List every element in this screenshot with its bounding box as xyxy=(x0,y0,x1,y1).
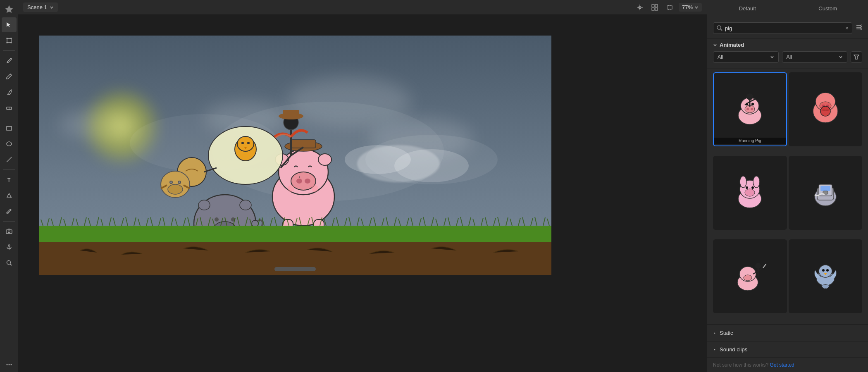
filter-row-1: All All xyxy=(713,51,862,63)
sound-clips-arrow-icon xyxy=(713,348,716,351)
svg-point-194 xyxy=(740,176,746,188)
asset-thumb-pig5 xyxy=(721,247,779,305)
asset-thumb-pig3 xyxy=(721,164,779,222)
tool-rect[interactable] xyxy=(2,121,17,136)
svg-rect-29 xyxy=(667,6,672,9)
svg-point-12 xyxy=(7,212,8,214)
asset-label-running-pig: Running Pig xyxy=(714,138,786,144)
svg-rect-2 xyxy=(10,38,12,39)
tool-pencil[interactable] xyxy=(2,69,17,84)
static-header[interactable]: Static xyxy=(713,330,862,336)
main-area: Scene 1 77% xyxy=(18,0,707,372)
svg-point-15 xyxy=(8,245,10,246)
svg-point-167 xyxy=(717,26,721,29)
svg-rect-202 xyxy=(820,186,830,191)
asset-pig3[interactable] xyxy=(713,156,787,230)
svg-point-214 xyxy=(822,269,825,272)
get-started-link[interactable]: Get started xyxy=(770,362,794,368)
animated-label: Animated xyxy=(720,42,744,48)
asset-thumb-bird xyxy=(796,247,854,305)
filter-dropdown-2[interactable]: All xyxy=(782,51,848,63)
bottom-hint: Not sure how this works? Get started xyxy=(707,358,868,372)
svg-point-9 xyxy=(7,142,12,146)
zoom-control[interactable]: 77% xyxy=(679,3,702,12)
filter-2-value: All xyxy=(787,54,792,60)
svg-point-215 xyxy=(826,269,829,272)
svg-text:T: T xyxy=(7,177,11,183)
sound-clips-label: Sound clips xyxy=(720,346,747,353)
asset-thumb-pig2 xyxy=(796,80,854,138)
top-bar: Scene 1 77% xyxy=(18,0,707,15)
filter-dropdown-1[interactable]: All xyxy=(713,51,779,63)
asset-thumb-running-pig xyxy=(721,80,779,138)
app-logo xyxy=(2,2,17,17)
search-input[interactable] xyxy=(725,25,843,31)
svg-line-10 xyxy=(7,157,12,162)
tool-line[interactable] xyxy=(2,152,17,167)
sound-clips-header[interactable]: Sound clips xyxy=(713,346,862,353)
separator-1 xyxy=(3,50,15,51)
funnel-filter-icon[interactable] xyxy=(851,51,862,63)
list-view-icon[interactable] xyxy=(856,24,862,32)
tab-custom[interactable]: Custom xyxy=(788,0,868,18)
svg-line-168 xyxy=(720,29,722,31)
svg-point-182 xyxy=(746,93,753,100)
separator-4 xyxy=(3,221,15,222)
tool-zoom[interactable] xyxy=(2,255,17,270)
tool-ellipse[interactable] xyxy=(2,136,17,151)
tab-default[interactable]: Default xyxy=(707,0,788,18)
svg-rect-25 xyxy=(652,5,654,7)
svg-rect-3 xyxy=(6,42,7,43)
asset-grid: Running Pig xyxy=(707,69,868,324)
svg-point-198 xyxy=(751,186,754,189)
tool-camera[interactable] xyxy=(2,224,17,239)
stage: + xyxy=(39,36,551,275)
asset-pig5[interactable] xyxy=(713,239,787,313)
tool-pen[interactable] xyxy=(2,53,17,68)
tool-eyedropper[interactable] xyxy=(2,204,17,219)
tool-select[interactable] xyxy=(2,17,17,32)
tool-brush[interactable] xyxy=(2,85,17,100)
svg-point-181 xyxy=(751,103,754,105)
tool-eraser[interactable] xyxy=(2,100,17,115)
svg-rect-1 xyxy=(6,38,7,39)
static-section: Static xyxy=(707,324,868,341)
svg-point-178 xyxy=(746,108,749,110)
separator-2 xyxy=(3,118,15,118)
tool-fill[interactable] xyxy=(2,188,17,203)
tool-text[interactable]: T xyxy=(2,172,17,187)
tool-anchor[interactable] xyxy=(2,240,17,255)
static-label: Static xyxy=(720,330,733,336)
svg-point-206 xyxy=(744,275,752,281)
svg-point-23 xyxy=(10,364,12,365)
search-clear-button[interactable]: × xyxy=(845,25,849,31)
svg-line-211 xyxy=(763,264,766,268)
asset-bird[interactable] xyxy=(789,239,863,313)
grid-icon[interactable] xyxy=(649,2,661,13)
h-scrollbar[interactable] xyxy=(274,267,316,271)
animated-collapse-arrow xyxy=(713,43,717,47)
scene-selector[interactable]: Scene 1 xyxy=(23,2,58,12)
asset-pig4[interactable] xyxy=(789,156,863,230)
hint-text: Not sure how this works? xyxy=(713,362,768,368)
svg-rect-8 xyxy=(7,126,12,130)
search-icon xyxy=(717,25,723,31)
svg-point-195 xyxy=(753,176,760,188)
canvas-area[interactable]: + xyxy=(18,15,707,372)
svg-line-20 xyxy=(10,264,12,266)
static-arrow-icon xyxy=(713,331,716,335)
snap-icon[interactable] xyxy=(634,2,646,13)
svg-point-5 xyxy=(10,58,12,60)
resize-icon[interactable] xyxy=(664,2,675,13)
asset-running-pig[interactable]: Running Pig xyxy=(713,72,787,146)
zoom-value: 77% xyxy=(682,4,693,10)
scene-name: Scene 1 xyxy=(27,4,47,10)
asset-pig2[interactable] xyxy=(789,72,863,146)
animated-header[interactable]: Animated xyxy=(713,42,862,48)
tool-more[interactable] xyxy=(2,357,17,372)
svg-point-179 xyxy=(751,108,753,110)
svg-point-197 xyxy=(746,186,748,189)
tool-transform[interactable] xyxy=(2,33,17,48)
right-panel: Default Custom × xyxy=(707,0,868,372)
svg-point-21 xyxy=(6,364,7,365)
